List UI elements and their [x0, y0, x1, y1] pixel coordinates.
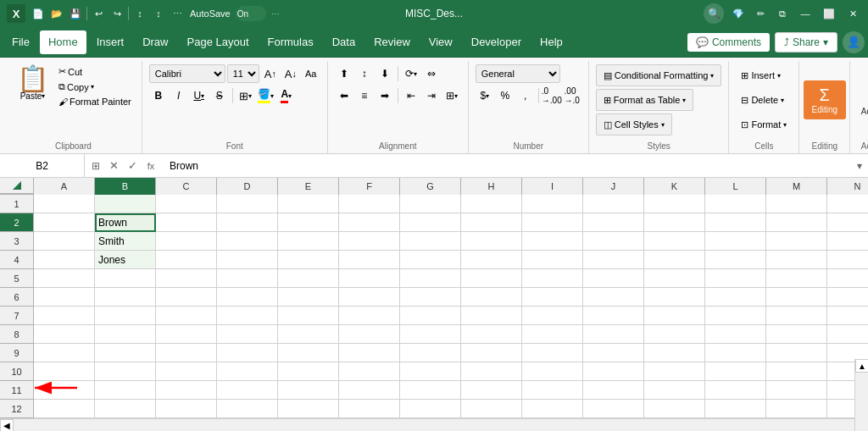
more-commands-icon[interactable]: ⋯	[170, 6, 185, 21]
cell-c10[interactable]	[156, 362, 217, 381]
cell-a5[interactable]	[34, 269, 95, 288]
cell-g6[interactable]	[400, 288, 461, 307]
minimize-button[interactable]: —	[797, 5, 814, 22]
cell-f8[interactable]	[339, 325, 400, 344]
cell-b5[interactable]	[95, 269, 156, 288]
cell-i3[interactable]	[522, 232, 583, 251]
cell-k10[interactable]	[644, 362, 705, 381]
cell-m9[interactable]	[766, 344, 827, 362]
h-scroll-track[interactable]	[14, 419, 854, 431]
row-header-5[interactable]: 5	[0, 269, 34, 288]
merge-center-button[interactable]: ⊞▾	[442, 86, 461, 105]
cell-d1[interactable]	[217, 195, 278, 213]
cell-k8[interactable]	[644, 325, 705, 344]
cell-g10[interactable]	[400, 362, 461, 381]
increase-indent-button[interactable]: ⇥	[422, 86, 441, 105]
cell-e11[interactable]	[278, 381, 339, 400]
align-left-button[interactable]: ⬅	[335, 86, 353, 105]
cell-f1[interactable]	[339, 195, 400, 213]
cell-c9[interactable]	[156, 344, 217, 362]
cell-h8[interactable]	[461, 325, 522, 344]
cell-k12[interactable]	[644, 400, 705, 418]
cell-h5[interactable]	[461, 269, 522, 288]
cell-e2[interactable]	[278, 213, 339, 232]
borders-button[interactable]: ⊞▾	[236, 86, 255, 105]
increase-decimal-button[interactable]: .0→.00	[542, 86, 561, 105]
align-center-button[interactable]: ≡	[355, 86, 374, 105]
cell-g2[interactable]	[400, 213, 461, 232]
restore-icon[interactable]: ⧉	[775, 6, 790, 21]
comments-button[interactable]: 💬 Comments	[687, 33, 770, 52]
cell-b12[interactable]	[95, 400, 156, 418]
cell-a8[interactable]	[34, 325, 95, 344]
cell-l12[interactable]	[705, 400, 766, 418]
cell-m4[interactable]	[766, 251, 827, 269]
cell-a4[interactable]	[34, 251, 95, 269]
redo-icon[interactable]: ↪	[109, 6, 125, 21]
more-btn[interactable]: ⋯	[271, 9, 280, 19]
cell-a11[interactable]	[34, 381, 95, 400]
format-painter-button[interactable]: 🖌 Format Painter	[55, 95, 135, 108]
col-header-b[interactable]: B	[95, 178, 156, 195]
autosave-toggle[interactable]: On	[236, 6, 266, 21]
diamond-icon[interactable]: 💎	[731, 6, 746, 21]
cell-i6[interactable]	[522, 288, 583, 307]
cell-m6[interactable]	[766, 288, 827, 307]
cell-j6[interactable]	[583, 288, 644, 307]
col-header-l[interactable]: L	[705, 178, 766, 195]
cell-h11[interactable]	[461, 381, 522, 400]
number-format-select[interactable]: General	[476, 64, 560, 83]
bold-button[interactable]: B	[149, 86, 168, 105]
cell-c3[interactable]	[156, 232, 217, 251]
col-header-i[interactable]: I	[522, 178, 583, 195]
cell-j7[interactable]	[583, 307, 644, 325]
cell-l6[interactable]	[705, 288, 766, 307]
col-header-n[interactable]: N	[827, 178, 868, 195]
cell-e3[interactable]	[278, 232, 339, 251]
cell-a3[interactable]	[34, 232, 95, 251]
cell-k1[interactable]	[644, 195, 705, 213]
row-header-2[interactable]: 2	[0, 213, 34, 232]
cell-d5[interactable]	[217, 269, 278, 288]
cell-k3[interactable]	[644, 232, 705, 251]
search-button[interactable]: 🔍	[704, 3, 724, 24]
cell-f6[interactable]	[339, 288, 400, 307]
cell-j8[interactable]	[583, 325, 644, 344]
cell-styles-button[interactable]: ◫ Cell Styles ▾	[596, 113, 672, 135]
new-file-icon[interactable]: 📄	[31, 6, 46, 21]
cell-g4[interactable]	[400, 251, 461, 269]
row-header-3[interactable]: 3	[0, 232, 34, 251]
cell-a10[interactable]	[34, 362, 95, 381]
cell-k11[interactable]	[644, 381, 705, 400]
percent-button[interactable]: %	[496, 86, 515, 105]
col-header-f[interactable]: F	[339, 178, 400, 195]
cell-b2[interactable]: Brown	[95, 213, 156, 232]
horizontal-scrollbar[interactable]: ◀ ▶	[0, 418, 868, 431]
orientation-button[interactable]: ⟳▾	[402, 64, 420, 83]
cell-i8[interactable]	[522, 325, 583, 344]
cell-l9[interactable]	[705, 344, 766, 362]
undo-icon[interactable]: ↩	[91, 6, 106, 21]
cut-button[interactable]: ✂ Cut	[55, 64, 135, 79]
cell-e1[interactable]	[278, 195, 339, 213]
open-file-icon[interactable]: 📂	[49, 6, 64, 21]
expand-formula-button[interactable]: ▾	[851, 160, 868, 172]
cell-a6[interactable]	[34, 288, 95, 307]
cell-j12[interactable]	[583, 400, 644, 418]
formula-input[interactable]	[163, 154, 851, 177]
align-bottom-button[interactable]: ⬇	[376, 64, 394, 83]
cell-m2[interactable]	[766, 213, 827, 232]
cell-g8[interactable]	[400, 325, 461, 344]
col-header-m[interactable]: M	[766, 178, 827, 195]
decrease-indent-button[interactable]: ⇤	[402, 86, 420, 105]
cell-g3[interactable]	[400, 232, 461, 251]
select-all-button[interactable]	[0, 178, 34, 194]
cell-c4[interactable]	[156, 251, 217, 269]
cell-i4[interactable]	[522, 251, 583, 269]
cell-b10[interactable]	[95, 362, 156, 381]
cell-c2[interactable]	[156, 213, 217, 232]
cell-g11[interactable]	[400, 381, 461, 400]
cell-l2[interactable]	[705, 213, 766, 232]
cell-d3[interactable]	[217, 232, 278, 251]
maximize-button[interactable]: ⬜	[821, 5, 837, 22]
